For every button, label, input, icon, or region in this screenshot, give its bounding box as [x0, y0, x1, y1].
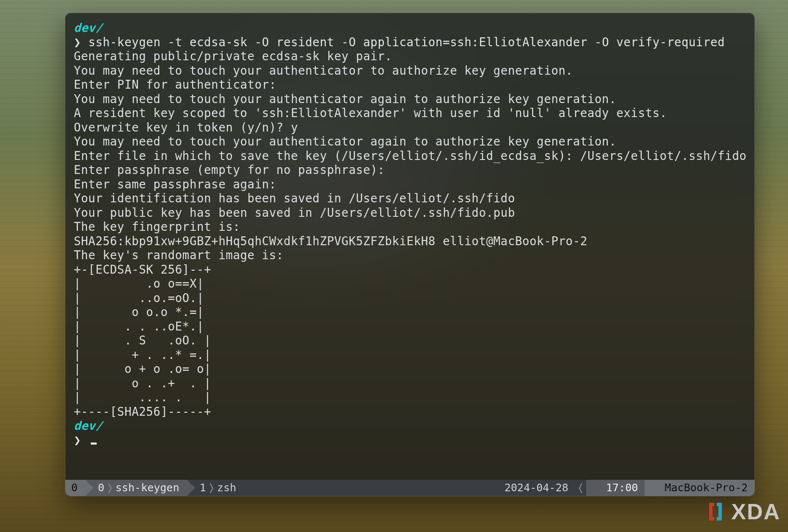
status-host: MacBook-Pro-2: [645, 480, 754, 496]
output-line: Your identification has been saved in /U…: [74, 191, 515, 205]
terminal-output[interactable]: dev/ ❯ ssh-keygen -t ecdsa-sk -O residen…: [65, 13, 754, 480]
chevron-right-icon: ❭: [104, 480, 115, 496]
randomart-line: | .... . |: [74, 390, 211, 404]
status-time: 17:00: [586, 480, 645, 496]
status-pane[interactable]: 1 ❭ zsh: [187, 480, 244, 496]
randomart-line: | + . ..* =.|: [74, 348, 211, 361]
status-time-text: 17:00: [606, 480, 638, 496]
terminal-window[interactable]: dev/ ❯ ssh-keygen -t ecdsa-sk -O residen…: [65, 13, 755, 496]
output-line: Your public key has been saved in /Users…: [74, 206, 515, 219]
cursor: [91, 442, 97, 445]
status-session-index: 0: [71, 480, 78, 496]
output-line: Overwrite key in token (y/n)? y: [74, 120, 298, 134]
output-line: SHA256:kbp91xw+9GBZ+hHq5qhCWxdkf1hZPVGK5…: [74, 234, 587, 248]
chevron-right-icon: [187, 480, 195, 496]
output-line: You may need to touch your authenticator…: [74, 134, 616, 148]
status-pane-name: zsh: [217, 480, 236, 496]
output-line: Enter passphrase (empty for no passphras…: [74, 163, 385, 176]
randomart-line: | ..o.=oO.|: [74, 291, 204, 305]
brand-bracket-icon: [704, 500, 727, 523]
status-host-text: MacBook-Pro-2: [665, 480, 748, 496]
cwd-label: dev/: [74, 419, 103, 432]
randomart-line: | o . .+ . |: [74, 376, 211, 390]
output-line: You may need to touch your authenticator…: [74, 92, 616, 106]
chevron-left-icon: ❬: [575, 480, 586, 496]
watermark-brand-text: XDA: [731, 499, 780, 524]
status-date-text: 2024-04-28: [504, 480, 568, 496]
randomart-line: +-[ECDSA-SK 256]--+: [74, 263, 211, 276]
randomart-line: | . S .oO. |: [74, 333, 211, 347]
randomart-line: | o + o .o= o|: [74, 362, 211, 375]
status-date: 2024-04-28: [492, 480, 575, 496]
prompt-symbol: ❯: [74, 433, 81, 447]
randomart-line: +----[SHA256]-----+: [74, 405, 211, 418]
output-line: Enter file in which to save the key (/Us…: [74, 149, 746, 162]
randomart-line: | . . ..oE*.|: [74, 319, 204, 333]
status-session[interactable]: 0: [65, 480, 85, 496]
output-line: A resident key scoped to 'ssh:ElliotAlex…: [74, 106, 667, 120]
status-bar: 0 0 ❭ ssh-keygen 1 ❭ zsh 2024-04-28 ❬: [65, 480, 754, 496]
status-window-index: 0: [98, 480, 104, 496]
status-window[interactable]: 0 ❭ ssh-keygen: [85, 480, 187, 496]
watermark-logo: XDA: [704, 499, 780, 524]
output-line: Generating public/private ecdsa-sk key p…: [74, 49, 392, 63]
output-line: You may need to touch your authenticator…: [74, 64, 573, 77]
status-window-name: ssh-keygen: [115, 480, 179, 496]
output-line: The key fingerprint is:: [74, 220, 240, 233]
randomart-line: | o o.o *.=|: [74, 305, 204, 319]
chevron-right-icon: [85, 480, 93, 496]
output-line: Enter PIN for authenticator:: [74, 78, 277, 91]
chevron-right-icon: ❭: [206, 480, 217, 496]
randomart-line: | .o o==X|: [74, 277, 204, 290]
output-line: Enter same passphrase again:: [74, 177, 277, 191]
output-line: The key's randomart image is:: [74, 248, 284, 262]
command-line: ssh-keygen -t ecdsa-sk -O resident -O ap…: [88, 35, 725, 49]
prompt-symbol: ❯: [74, 35, 81, 49]
cwd-label: dev/: [74, 21, 103, 34]
status-pane-index: 1: [200, 480, 206, 496]
